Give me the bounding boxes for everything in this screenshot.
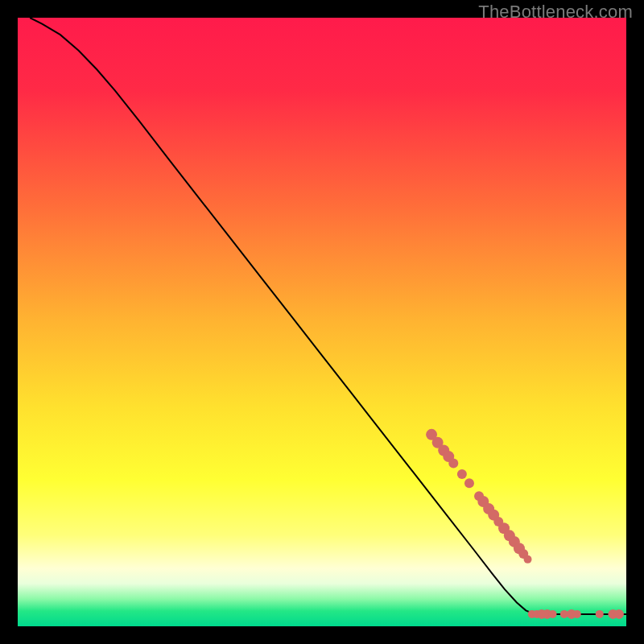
data-mark — [573, 610, 581, 618]
data-mark — [457, 469, 467, 479]
chart-stage: TheBottleneck.com — [0, 0, 644, 644]
data-mark — [614, 609, 624, 619]
data-mark — [448, 458, 458, 468]
data-mark — [549, 610, 557, 618]
chart-svg — [18, 18, 626, 626]
data-mark — [596, 610, 604, 618]
plot-area — [18, 18, 626, 626]
data-mark — [464, 478, 474, 488]
data-mark — [524, 555, 532, 564]
gradient-background — [18, 18, 626, 626]
